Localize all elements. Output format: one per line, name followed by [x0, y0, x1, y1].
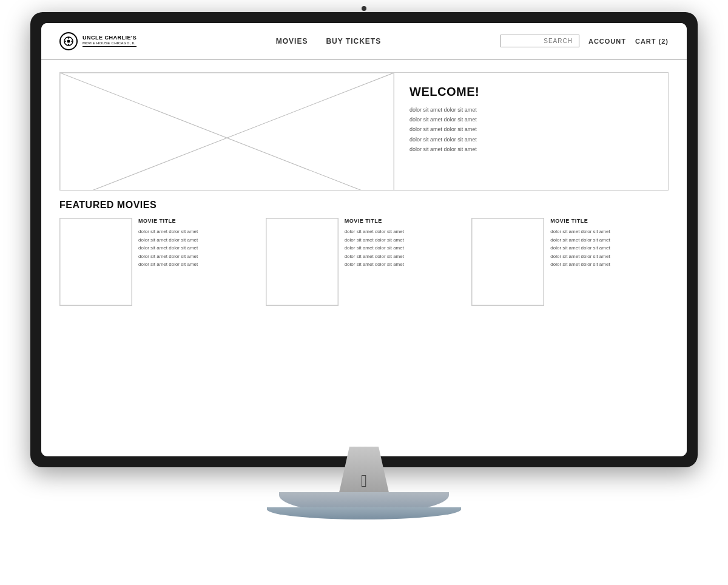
movie-desc-3-line1: dolor sit amet dolor sit amet [550, 228, 669, 236]
navigation: UNCLE CHARLIE'S MOVIE HOUSE CHICAGO, IL … [41, 23, 687, 59]
movie-desc-2-line2: dolor sit amet dolor sit amet [345, 236, 463, 245]
movie-desc-2-line3: dolor sit amet dolor sit amet [345, 244, 463, 252]
hero-text: WELCOME! dolor sit amet dolor sit amet d… [394, 73, 668, 190]
movie-info-2: MOVIE TITLE dolor sit amet dolor sit ame… [345, 218, 463, 269]
movie-desc-1-line2: dolor sit amet dolor sit amet [138, 236, 257, 245]
hero-body-line5: dolor sit amet dolor sit amet [410, 144, 653, 154]
svg-line-10 [60, 218, 132, 305]
nav-movies[interactable]: MOVIES [276, 37, 308, 46]
hero-placeholder-svg [60, 73, 394, 190]
logo-icon [59, 32, 78, 50]
movie-desc-3-line2: dolor sit amet dolor sit amet [550, 236, 669, 245]
hero-image-placeholder [60, 73, 394, 190]
monitor-wrapper: UNCLE CHARLIE'S MOVIE HOUSE CHICAGO, IL … [0, 0, 728, 585]
featured-section: FEATURED MOVIES [59, 200, 669, 306]
movie-desc-1-line3: dolor sit amet dolor sit amet [138, 244, 257, 252]
svg-point-3 [68, 44, 69, 45]
logo-subtitle: MOVIE HOUSE CHICAGO, IL [83, 41, 136, 46]
movie-card-3: MOVIE TITLE dolor sit amet dolor sit ame… [471, 218, 669, 306]
movie-info-1: MOVIE TITLE dolor sit amet dolor sit ame… [138, 218, 257, 269]
svg-rect-6 [60, 73, 394, 190]
movie-placeholder-svg-3 [472, 218, 544, 305]
monitor-inner: UNCLE CHARLIE'S MOVIE HOUSE CHICAGO, IL … [41, 23, 687, 456]
movie-image-1 [59, 218, 132, 306]
hero-body-line1: dolor sit amet dolor sit amet [410, 105, 653, 115]
svg-point-4 [64, 40, 66, 41]
svg-point-5 [71, 40, 72, 41]
svg-line-8 [60, 73, 394, 190]
movie-placeholder-svg-2 [266, 218, 338, 305]
movie-desc-2-line4: dolor sit amet dolor sit amet [345, 252, 463, 261]
nav-account[interactable]: ACCOUNT [588, 38, 626, 45]
screen: UNCLE CHARLIE'S MOVIE HOUSE CHICAGO, IL … [41, 23, 687, 456]
nav-buy-tickets[interactable]: BUY TICKETS [326, 37, 381, 46]
movie-title-3: MOVIE TITLE [550, 218, 669, 224]
movie-image-2 [266, 218, 339, 306]
film-reel-icon [63, 36, 74, 47]
featured-title: FEATURED MOVIES [59, 200, 669, 211]
movie-desc-2-line5: dolor sit amet dolor sit amet [345, 260, 463, 269]
movie-desc-1: dolor sit amet dolor sit amet dolor sit … [138, 228, 257, 269]
movie-desc-1-line1: dolor sit amet dolor sit amet [138, 228, 257, 236]
nav-links: MOVIES BUY TICKETS [169, 37, 488, 46]
apple-logo:  [361, 472, 367, 491]
movie-desc-3-line3: dolor sit amet dolor sit amet [550, 244, 669, 252]
nav-separator [41, 59, 687, 60]
logo-title: UNCLE CHARLIE'S [83, 35, 136, 41]
hero-body: dolor sit amet dolor sit amet dolor sit … [410, 105, 653, 154]
movie-desc-1-line5: dolor sit amet dolor sit amet [138, 260, 257, 269]
movie-title-1: MOVIE TITLE [138, 218, 257, 224]
monitor-body: UNCLE CHARLIE'S MOVIE HOUSE CHICAGO, IL … [30, 12, 698, 467]
movies-grid: MOVIE TITLE dolor sit amet dolor sit ame… [59, 218, 669, 306]
movie-desc-3-line4: dolor sit amet dolor sit amet [550, 252, 669, 261]
logo-underline [83, 46, 136, 47]
logo-text-block: UNCLE CHARLIE'S MOVIE HOUSE CHICAGO, IL [83, 35, 136, 47]
site-content: UNCLE CHARLIE'S MOVIE HOUSE CHICAGO, IL … [41, 23, 687, 456]
movie-title-2: MOVIE TITLE [345, 218, 463, 224]
svg-point-2 [68, 37, 69, 38]
movie-desc-3-line5: dolor sit amet dolor sit amet [550, 260, 669, 269]
movie-desc-2: dolor sit amet dolor sit amet dolor sit … [345, 228, 463, 269]
logo-area: UNCLE CHARLIE'S MOVIE HOUSE CHICAGO, IL [59, 32, 157, 50]
movie-placeholder-svg-1 [60, 218, 132, 305]
svg-line-11 [60, 218, 132, 305]
movie-desc-2-line1: dolor sit amet dolor sit amet [345, 228, 463, 236]
monitor-stand-base-bottom [267, 507, 461, 519]
movie-desc-1-line4: dolor sit amet dolor sit amet [138, 252, 257, 261]
nav-cart[interactable]: CART (2) [635, 38, 669, 45]
hero-body-line3: dolor sit amet dolor sit amet [410, 124, 653, 134]
movie-card-1: MOVIE TITLE dolor sit amet dolor sit ame… [59, 218, 257, 306]
svg-rect-9 [60, 218, 132, 305]
hero-section: WELCOME! dolor sit amet dolor sit amet d… [59, 72, 669, 191]
svg-line-7 [60, 73, 394, 190]
hero-title: WELCOME! [410, 85, 653, 99]
movie-desc-3: dolor sit amet dolor sit amet dolor sit … [550, 228, 669, 269]
nav-right: ACCOUNT CART (2) [500, 35, 669, 47]
hero-body-line4: dolor sit amet dolor sit amet [410, 135, 653, 144]
svg-point-1 [67, 39, 70, 42]
movie-card-2: MOVIE TITLE dolor sit amet dolor sit ame… [266, 218, 463, 306]
hero-body-line2: dolor sit amet dolor sit amet [410, 115, 653, 124]
movie-image-3 [471, 218, 544, 306]
camera-dot [362, 6, 366, 11]
search-input[interactable] [500, 35, 579, 47]
movie-info-3: MOVIE TITLE dolor sit amet dolor sit ame… [550, 218, 669, 269]
